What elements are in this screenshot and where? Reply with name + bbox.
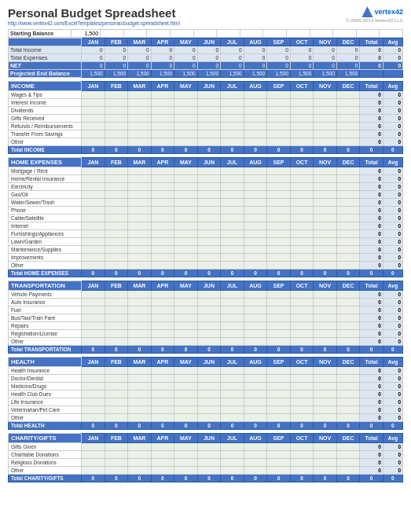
cell-1-6-5[interactable] <box>197 215 221 222</box>
cell-0-5-6[interactable] <box>221 130 244 138</box>
summary-cell-0-7[interactable]: 0 <box>244 46 267 54</box>
cell-1-11-10[interactable] <box>314 254 337 262</box>
cell-1-4-11[interactable] <box>336 199 360 207</box>
summary-cell-1-3[interactable]: 0 <box>151 54 174 62</box>
cell-0-4-3[interactable] <box>151 123 174 130</box>
cell-1-10-0[interactable] <box>82 246 105 254</box>
cell-3-1-9[interactable] <box>290 375 314 383</box>
cell-4-2-5[interactable] <box>197 459 221 467</box>
cell-3-5-8[interactable] <box>267 406 291 414</box>
cell-1-9-9[interactable] <box>290 238 314 246</box>
cell-3-3-2[interactable] <box>128 391 152 398</box>
cell-1-10-4[interactable] <box>174 246 198 254</box>
summary-cell-2-8[interactable]: 0 <box>267 62 291 70</box>
cell-3-6-4[interactable] <box>174 414 198 422</box>
cell-4-2-3[interactable] <box>151 459 174 467</box>
cell-1-1-8[interactable] <box>267 175 291 183</box>
cell-2-1-9[interactable] <box>290 299 314 306</box>
cell-0-0-2[interactable] <box>128 91 152 99</box>
cell-1-9-0[interactable] <box>82 238 105 246</box>
cell-3-6-5[interactable] <box>197 414 221 422</box>
cell-1-2-5[interactable] <box>197 183 221 191</box>
cell-2-0-3[interactable] <box>151 291 174 299</box>
cell-0-6-11[interactable] <box>336 138 360 146</box>
cell-3-2-4[interactable] <box>174 383 198 391</box>
cell-4-2-1[interactable] <box>105 459 128 467</box>
cell-3-4-4[interactable] <box>174 398 198 406</box>
cell-3-2-3[interactable] <box>151 383 174 391</box>
cell-1-1-2[interactable] <box>128 175 152 183</box>
cell-3-1-1[interactable] <box>105 375 128 383</box>
cell-2-2-3[interactable] <box>151 306 174 314</box>
starting-balance-value[interactable]: 1,500 <box>72 30 101 38</box>
cell-3-0-2[interactable] <box>128 367 152 375</box>
cell-1-10-11[interactable] <box>336 246 360 254</box>
cell-0-3-3[interactable] <box>151 115 174 123</box>
cell-0-0-8[interactable] <box>267 91 291 99</box>
cell-4-0-7[interactable] <box>244 443 267 451</box>
cell-1-12-11[interactable] <box>336 262 360 270</box>
cell-3-4-10[interactable] <box>314 398 337 406</box>
cell-3-4-1[interactable] <box>105 398 128 406</box>
cell-1-0-11[interactable] <box>336 167 360 175</box>
cell-2-5-10[interactable] <box>314 330 337 338</box>
cell-3-5-0[interactable] <box>82 406 105 414</box>
cell-2-0-10[interactable] <box>314 291 337 299</box>
cell-1-3-2[interactable] <box>128 191 152 199</box>
cell-0-2-0[interactable] <box>82 107 105 115</box>
cell-3-6-10[interactable] <box>314 414 337 422</box>
cell-1-8-4[interactable] <box>174 230 198 238</box>
summary-cell-2-10[interactable]: 0 <box>314 62 337 70</box>
cell-1-0-7[interactable] <box>244 167 267 175</box>
cell-2-5-3[interactable] <box>151 330 174 338</box>
cell-1-10-6[interactable] <box>221 246 244 254</box>
cell-2-3-1[interactable] <box>105 314 128 322</box>
cell-0-3-8[interactable] <box>267 115 291 123</box>
cell-1-8-7[interactable] <box>244 230 267 238</box>
cell-0-3-9[interactable] <box>290 115 314 123</box>
cell-3-1-0[interactable] <box>82 375 105 383</box>
cell-3-0-7[interactable] <box>244 367 267 375</box>
cell-2-5-2[interactable] <box>128 330 152 338</box>
cell-2-0-2[interactable] <box>128 291 152 299</box>
cell-1-6-4[interactable] <box>174 215 198 222</box>
cell-1-5-8[interactable] <box>267 207 291 215</box>
cell-1-9-1[interactable] <box>105 238 128 246</box>
cell-1-7-10[interactable] <box>314 222 337 230</box>
cell-4-0-2[interactable] <box>128 443 152 451</box>
cell-0-6-8[interactable] <box>267 138 291 146</box>
cell-0-3-7[interactable] <box>244 115 267 123</box>
cell-1-5-9[interactable] <box>290 207 314 215</box>
cell-0-4-10[interactable] <box>314 123 337 130</box>
cell-0-5-5[interactable] <box>197 130 221 138</box>
cell-2-0-5[interactable] <box>197 291 221 299</box>
cell-1-3-11[interactable] <box>336 191 360 199</box>
cell-3-5-9[interactable] <box>290 406 314 414</box>
summary-cell-1-11[interactable]: 0 <box>336 54 360 62</box>
cell-0-4-9[interactable] <box>290 123 314 130</box>
cell-1-4-7[interactable] <box>244 199 267 207</box>
cell-1-2-8[interactable] <box>267 183 291 191</box>
cell-0-4-0[interactable] <box>82 123 105 130</box>
cell-0-4-4[interactable] <box>174 123 198 130</box>
cell-3-2-9[interactable] <box>290 383 314 391</box>
cell-4-2-4[interactable] <box>174 459 198 467</box>
cell-2-2-5[interactable] <box>197 306 221 314</box>
cell-4-3-4[interactable] <box>174 467 198 475</box>
summary-cell-1-1[interactable]: 0 <box>105 54 128 62</box>
cell-4-1-1[interactable] <box>105 451 128 459</box>
cell-2-4-7[interactable] <box>244 322 267 330</box>
cell-2-4-8[interactable] <box>267 322 291 330</box>
cell-1-10-1[interactable] <box>105 246 128 254</box>
cell-1-2-2[interactable] <box>128 183 152 191</box>
cell-2-3-10[interactable] <box>314 314 337 322</box>
cell-3-1-10[interactable] <box>314 375 337 383</box>
cell-0-2-5[interactable] <box>197 107 221 115</box>
cell-2-0-4[interactable] <box>174 291 198 299</box>
cell-2-5-0[interactable] <box>82 330 105 338</box>
cell-2-4-9[interactable] <box>290 322 314 330</box>
cell-3-0-5[interactable] <box>197 367 221 375</box>
cell-1-9-8[interactable] <box>267 238 291 246</box>
cell-1-4-5[interactable] <box>197 199 221 207</box>
cell-3-0-11[interactable] <box>336 367 360 375</box>
